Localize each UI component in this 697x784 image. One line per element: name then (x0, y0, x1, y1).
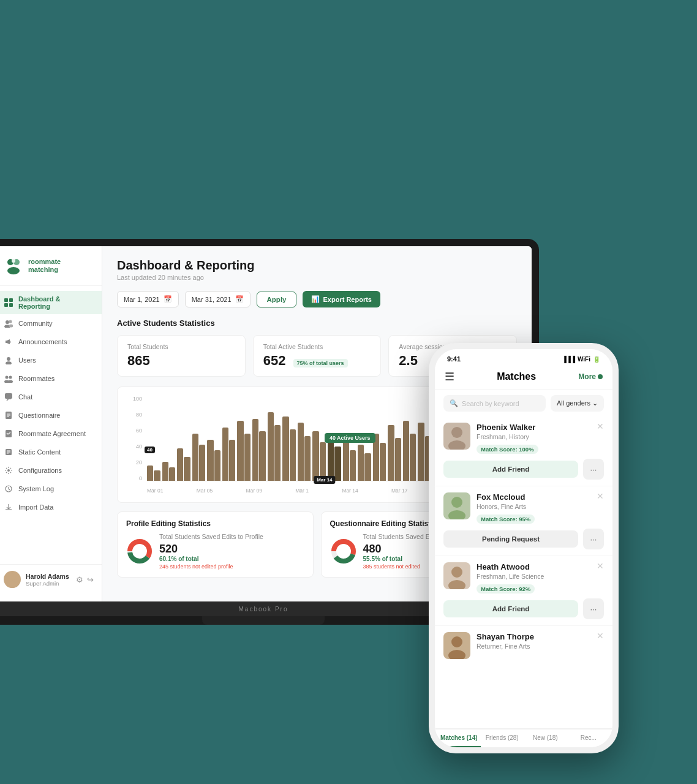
sidebar-item-import[interactable]: Import Data (0, 498, 102, 516)
megaphone-icon (4, 337, 13, 347)
chart-tooltip: 40 Active Users (325, 433, 375, 443)
svg-rect-7 (9, 303, 13, 307)
bar-2-1 (184, 457, 190, 481)
svg-rect-18 (5, 393, 12, 399)
donut-row: Total Students Saved Edits to Profile 52… (126, 533, 304, 570)
bar-18-0 (418, 423, 424, 481)
match-card-header-3: Heath Atwood Freshman, Life Science Matc… (443, 562, 604, 594)
agreement-icon (4, 429, 13, 439)
export-button[interactable]: 📊 Export Reports (303, 291, 380, 307)
chart-y-marker: 40 (145, 447, 155, 453)
bar-16-0 (388, 425, 394, 481)
more-button[interactable]: More (578, 372, 603, 381)
bar-10-0 (298, 423, 304, 481)
date-end-input[interactable]: Mar 31, 2021 📅 (185, 291, 251, 307)
svg-point-2 (7, 267, 20, 274)
user-role: Super Admin (26, 580, 76, 587)
profile-stat-card: Profile Editing Statistics Total Student… (117, 511, 314, 578)
svg-point-35 (135, 546, 145, 556)
bar-6-0 (237, 421, 243, 481)
sidebar-item-agreement[interactable]: Roommate Agreement (0, 424, 102, 443)
close-icon-1[interactable]: ✕ (597, 421, 604, 431)
bar-14-0 (358, 445, 364, 481)
chat-button-1[interactable]: ··· (583, 459, 604, 480)
match-card-header-4: Shayan Thorpe Returner, Fine Arts ✕ (443, 632, 604, 659)
chat-button-3[interactable]: ··· (583, 598, 604, 619)
tab-matches[interactable]: Matches (14) (437, 729, 481, 747)
import-icon (4, 502, 13, 512)
date-end-value: Mar 31, 2021 (192, 296, 232, 303)
logout-icon[interactable]: ↪ (87, 575, 94, 584)
close-icon-3[interactable]: ✕ (597, 561, 604, 571)
tab-new[interactable]: New (18) (524, 729, 567, 747)
match-card-header-2: Fox Mccloud Honors, Fine Arts Match Scor… (443, 492, 604, 524)
svg-point-13 (6, 361, 12, 364)
svg-point-47 (451, 567, 462, 578)
svg-point-50 (451, 636, 462, 647)
sidebar-item-static[interactable]: Static Content (0, 443, 102, 461)
bar-group-3 (192, 434, 206, 481)
match-avatar-3 (443, 562, 470, 589)
sidebar-item-dashboard[interactable]: Dashboard & Reporting (0, 291, 102, 314)
bar-5-0 (222, 428, 228, 481)
bar-4-1 (214, 450, 220, 481)
bar-17-1 (410, 434, 416, 481)
logo-line2: matching (28, 266, 61, 274)
phone-status-bar: 9:41 ▐▐▐ WiFi 🔋 (435, 349, 612, 365)
sidebar-item-chat[interactable]: Chat (0, 388, 102, 406)
gender-filter[interactable]: All genders ⌄ (551, 395, 604, 412)
bar-group-5 (222, 428, 236, 481)
bar-7-1 (259, 431, 265, 481)
bar-15-1 (380, 443, 386, 481)
bar-group-12 (328, 436, 341, 481)
chat-button-2[interactable]: ··· (583, 529, 604, 549)
apply-button[interactable]: Apply (257, 292, 297, 307)
match-avatar-4 (443, 632, 470, 659)
user-icon (4, 355, 13, 365)
match-sub-3: Freshman, Life Science (477, 573, 590, 580)
tab-rec[interactable]: Rec... (567, 729, 611, 747)
match-sub-1: Freshman, History (477, 433, 590, 440)
search-box[interactable]: 🔍 Search by keyword (443, 395, 546, 412)
bar-9-0 (282, 417, 288, 481)
bar-group-16 (388, 425, 401, 481)
settings-icon[interactable]: ⚙ (76, 575, 83, 584)
user-name: Harold Adams (26, 573, 76, 580)
sidebar-item-roommates[interactable]: Roommates (0, 369, 102, 388)
hamburger-icon[interactable]: ☰ (445, 370, 454, 383)
date-start-input[interactable]: Mar 1, 2021 📅 (117, 291, 179, 307)
profile-donut (126, 538, 153, 565)
sidebar-item-syslog[interactable]: System Log (0, 480, 102, 498)
tab-friends[interactable]: Friends (28) (481, 729, 524, 747)
close-icon-4[interactable]: ✕ (597, 631, 604, 641)
user-info: Harold Adams Super Admin (26, 573, 76, 587)
bar-group-1 (162, 462, 176, 481)
avatar (4, 571, 21, 588)
stat-label: Total Active Students (263, 343, 371, 350)
search-placeholder: Search by keyword (462, 400, 519, 407)
sidebar-item-questionnaire[interactable]: Questionnaire (0, 406, 102, 424)
sidebar-logo: roommate matching (0, 256, 102, 286)
sidebar-item-users[interactable]: Users (0, 351, 102, 369)
pending-button-2[interactable]: Pending Request (443, 530, 578, 548)
sidebar-item-label: Roommate Agreement (18, 430, 86, 437)
svg-point-3 (12, 259, 15, 263)
match-avatar-1 (443, 423, 470, 450)
sidebar: roommate matching Dashboard & Reporting … (0, 246, 102, 601)
add-friend-button-1[interactable]: Add Friend (443, 461, 578, 478)
sidebar-item-community[interactable]: Community (0, 314, 102, 333)
phone-title: Matches (497, 371, 536, 382)
svg-point-41 (451, 427, 462, 438)
sidebar-item-announcements[interactable]: Announcements (0, 333, 102, 351)
bar-5-1 (229, 440, 235, 481)
match-actions-3: Add Friend ··· (443, 598, 604, 619)
bar-group-4 (207, 440, 220, 481)
close-icon-2[interactable]: ✕ (597, 491, 604, 501)
add-friend-button-3[interactable]: Add Friend (443, 600, 578, 617)
community-icon (4, 318, 13, 328)
status-icons: ▐▐▐ WiFi 🔋 (562, 356, 600, 363)
sidebar-item-config[interactable]: Configurations (0, 461, 102, 480)
bar-3-1 (199, 445, 205, 481)
donut-note: 245 students not edited profile (159, 564, 263, 570)
bar-10-1 (304, 436, 311, 481)
